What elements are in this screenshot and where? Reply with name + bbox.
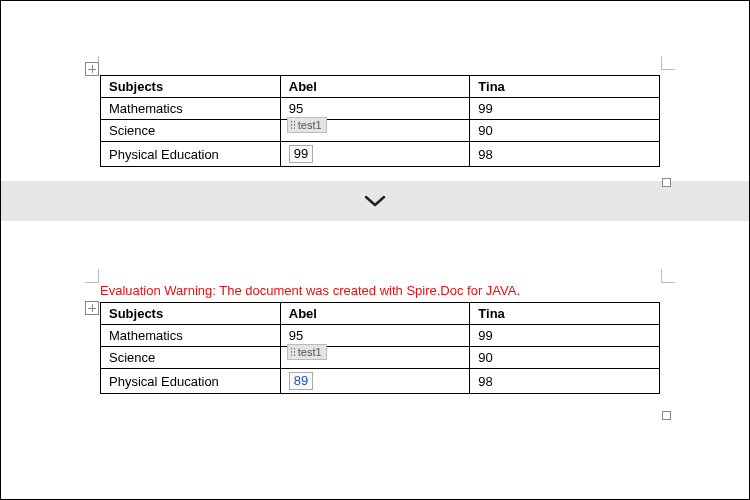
table-resize-handle[interactable]	[662, 411, 671, 420]
page-margin-corner-tl	[85, 269, 99, 283]
cell-subject: Mathematics	[101, 98, 281, 120]
table-row: Physical Education 89 98	[101, 369, 660, 394]
table-row: Physical Education 99 98	[101, 142, 660, 167]
grades-table-bottom: Subjects Abel Tina Mathematics 95 99 Sci…	[100, 302, 660, 394]
table-header-row: Subjects Abel Tina	[101, 303, 660, 325]
cell-subject: Mathematics	[101, 325, 281, 347]
field-tag-label: test1	[298, 345, 322, 359]
header-tina: Tina	[470, 303, 660, 325]
field-tag-label: test1	[298, 118, 322, 132]
header-abel: Abel	[280, 76, 470, 98]
page-break-separator	[1, 181, 749, 221]
field-tag[interactable]: test1	[287, 117, 327, 133]
table-row: Science test1 90	[101, 347, 660, 369]
cell-subject: Physical Education	[101, 369, 281, 394]
chevron-down-icon	[364, 194, 386, 208]
cell-tina: 90	[470, 120, 660, 142]
table-header-row: Subjects Abel Tina	[101, 76, 660, 98]
cell-tina: 98	[470, 142, 660, 167]
grip-dots-icon	[290, 120, 296, 130]
field-value[interactable]: 99	[289, 145, 313, 163]
field-tag[interactable]: test1	[287, 344, 327, 360]
field-value[interactable]: 89	[289, 372, 313, 390]
grip-dots-icon	[290, 347, 296, 357]
evaluation-warning: Evaluation Warning: The document was cre…	[100, 283, 749, 298]
cell-abel-field[interactable]: test1	[280, 347, 470, 369]
header-abel: Abel	[280, 303, 470, 325]
document-bottom: Evaluation Warning: The document was cre…	[1, 221, 749, 394]
table-resize-handle[interactable]	[662, 178, 671, 187]
cell-subject: Physical Education	[101, 142, 281, 167]
table-row: Mathematics 95 99	[101, 98, 660, 120]
cell-tina: 99	[470, 98, 660, 120]
header-subjects: Subjects	[101, 76, 281, 98]
cell-tina: 90	[470, 347, 660, 369]
cell-abel-field[interactable]: test1	[280, 120, 470, 142]
table-row: Mathematics 95 99	[101, 325, 660, 347]
cell-abel-field[interactable]: 89	[280, 369, 470, 394]
page-margin-corner-tr	[661, 56, 675, 70]
table-row: Science test1 90	[101, 120, 660, 142]
cell-tina: 99	[470, 325, 660, 347]
grades-table-top: Subjects Abel Tina Mathematics 95 99 Sci…	[100, 75, 660, 167]
table-move-handle[interactable]	[85, 301, 99, 315]
header-tina: Tina	[470, 76, 660, 98]
cell-abel-field[interactable]: 99	[280, 142, 470, 167]
header-subjects: Subjects	[101, 303, 281, 325]
cell-subject: Science	[101, 347, 281, 369]
page-margin-corner-tr	[661, 269, 675, 283]
cell-tina: 98	[470, 369, 660, 394]
table-move-handle[interactable]	[85, 62, 99, 76]
cell-subject: Science	[101, 120, 281, 142]
document-top: Subjects Abel Tina Mathematics 95 99 Sci…	[1, 1, 749, 167]
